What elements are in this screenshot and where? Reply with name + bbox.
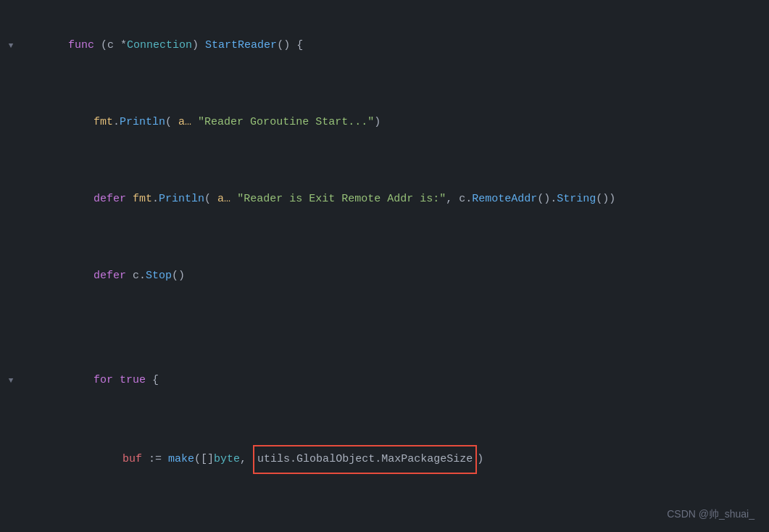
code-line-4: defer c.Stop(): [0, 238, 769, 315]
line-content-6: for true {: [22, 344, 769, 417]
code-line-2: fmt.Println( a… "Reader Goroutine Start.…: [0, 84, 769, 161]
code-line-5: [0, 315, 769, 342]
gutter-fold-1[interactable]: ▼: [0, 41, 22, 51]
gutter-fold-6[interactable]: ▼: [0, 375, 22, 386]
line-content-4: defer c.Stop(): [22, 239, 769, 313]
highlighted-expression: utils.GlobalObject.MaxPackageSize: [253, 445, 477, 474]
line-content-1: func (c *Connection) StartReader() {: [22, 9, 769, 83]
fold-icon-6[interactable]: ▼: [6, 375, 16, 386]
line-content-3: defer fmt.Println( a… "Reader is Exit Re…: [22, 162, 769, 236]
code-line-7: buf := make([]byte, utils.GlobalObject.M…: [0, 419, 769, 500]
code-line-3: defer fmt.Println( a… "Reader is Exit Re…: [0, 161, 769, 238]
line-content-7: buf := make([]byte, utils.GlobalObject.M…: [22, 420, 769, 499]
line-content-2: fmt.Println( a… "Reader Goroutine Start.…: [22, 86, 769, 159]
watermark: CSDN @帅_shuai_: [667, 508, 755, 521]
code-line-8: count, err := c.Conn.Read(buf): [0, 500, 769, 532]
line-content-5: [22, 316, 769, 341]
code-editor: ▼ func (c *Connection) StartReader() { f…: [0, 0, 769, 532]
code-line-6: ▼ for true {: [0, 342, 769, 419]
line-content-8: count, err := c.Conn.Read(buf): [22, 502, 769, 532]
keyword: func: [68, 39, 94, 51]
fold-icon-1[interactable]: ▼: [6, 41, 16, 51]
code-line-1: ▼ func (c *Connection) StartReader() {: [0, 7, 769, 84]
